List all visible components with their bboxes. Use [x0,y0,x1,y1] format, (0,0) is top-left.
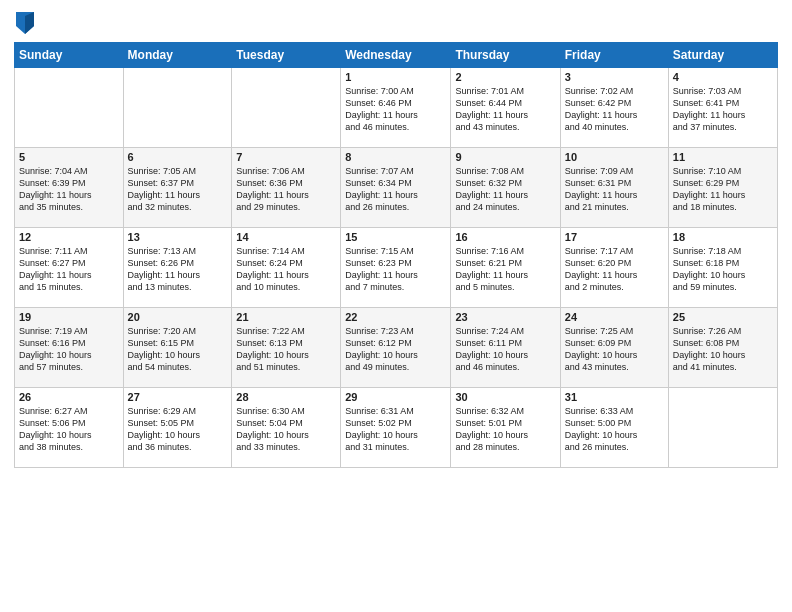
day-info: Sunrise: 7:24 AM Sunset: 6:11 PM Dayligh… [455,325,555,374]
week-row-1: 1Sunrise: 7:00 AM Sunset: 6:46 PM Daylig… [15,68,778,148]
day-info: Sunrise: 7:00 AM Sunset: 6:46 PM Dayligh… [345,85,446,134]
day-number: 27 [128,391,228,403]
day-number: 7 [236,151,336,163]
weekday-header-row: SundayMondayTuesdayWednesdayThursdayFrid… [15,43,778,68]
day-info: Sunrise: 6:27 AM Sunset: 5:06 PM Dayligh… [19,405,119,454]
calendar-cell: 26Sunrise: 6:27 AM Sunset: 5:06 PM Dayli… [15,388,124,468]
calendar-cell: 18Sunrise: 7:18 AM Sunset: 6:18 PM Dayli… [668,228,777,308]
day-number: 2 [455,71,555,83]
header [14,10,778,34]
day-number: 13 [128,231,228,243]
day-number: 11 [673,151,773,163]
calendar-cell: 6Sunrise: 7:05 AM Sunset: 6:37 PM Daylig… [123,148,232,228]
day-number: 25 [673,311,773,323]
calendar-cell: 14Sunrise: 7:14 AM Sunset: 6:24 PM Dayli… [232,228,341,308]
calendar-cell: 10Sunrise: 7:09 AM Sunset: 6:31 PM Dayli… [560,148,668,228]
day-info: Sunrise: 6:32 AM Sunset: 5:01 PM Dayligh… [455,405,555,454]
day-info: Sunrise: 7:01 AM Sunset: 6:44 PM Dayligh… [455,85,555,134]
day-number: 23 [455,311,555,323]
day-number: 21 [236,311,336,323]
calendar-cell: 8Sunrise: 7:07 AM Sunset: 6:34 PM Daylig… [341,148,451,228]
day-info: Sunrise: 6:33 AM Sunset: 5:00 PM Dayligh… [565,405,664,454]
weekday-header-tuesday: Tuesday [232,43,341,68]
day-info: Sunrise: 7:04 AM Sunset: 6:39 PM Dayligh… [19,165,119,214]
weekday-header-saturday: Saturday [668,43,777,68]
day-number: 18 [673,231,773,243]
day-number: 31 [565,391,664,403]
day-info: Sunrise: 7:05 AM Sunset: 6:37 PM Dayligh… [128,165,228,214]
day-info: Sunrise: 7:15 AM Sunset: 6:23 PM Dayligh… [345,245,446,294]
weekday-header-friday: Friday [560,43,668,68]
day-info: Sunrise: 7:19 AM Sunset: 6:16 PM Dayligh… [19,325,119,374]
calendar-cell: 30Sunrise: 6:32 AM Sunset: 5:01 PM Dayli… [451,388,560,468]
calendar-cell: 1Sunrise: 7:00 AM Sunset: 6:46 PM Daylig… [341,68,451,148]
calendar-cell: 31Sunrise: 6:33 AM Sunset: 5:00 PM Dayli… [560,388,668,468]
weekday-header-thursday: Thursday [451,43,560,68]
calendar-cell: 2Sunrise: 7:01 AM Sunset: 6:44 PM Daylig… [451,68,560,148]
week-row-3: 12Sunrise: 7:11 AM Sunset: 6:27 PM Dayli… [15,228,778,308]
calendar-cell: 17Sunrise: 7:17 AM Sunset: 6:20 PM Dayli… [560,228,668,308]
calendar-cell: 23Sunrise: 7:24 AM Sunset: 6:11 PM Dayli… [451,308,560,388]
day-info: Sunrise: 7:09 AM Sunset: 6:31 PM Dayligh… [565,165,664,214]
day-number: 3 [565,71,664,83]
calendar-cell: 29Sunrise: 6:31 AM Sunset: 5:02 PM Dayli… [341,388,451,468]
day-info: Sunrise: 7:14 AM Sunset: 6:24 PM Dayligh… [236,245,336,294]
day-info: Sunrise: 7:20 AM Sunset: 6:15 PM Dayligh… [128,325,228,374]
day-number: 20 [128,311,228,323]
day-number: 10 [565,151,664,163]
calendar-cell: 7Sunrise: 7:06 AM Sunset: 6:36 PM Daylig… [232,148,341,228]
calendar-cell: 4Sunrise: 7:03 AM Sunset: 6:41 PM Daylig… [668,68,777,148]
day-number: 15 [345,231,446,243]
day-info: Sunrise: 6:30 AM Sunset: 5:04 PM Dayligh… [236,405,336,454]
day-number: 19 [19,311,119,323]
week-row-4: 19Sunrise: 7:19 AM Sunset: 6:16 PM Dayli… [15,308,778,388]
logo [14,14,34,34]
day-info: Sunrise: 7:23 AM Sunset: 6:12 PM Dayligh… [345,325,446,374]
week-row-2: 5Sunrise: 7:04 AM Sunset: 6:39 PM Daylig… [15,148,778,228]
day-number: 6 [128,151,228,163]
day-info: Sunrise: 6:29 AM Sunset: 5:05 PM Dayligh… [128,405,228,454]
day-number: 30 [455,391,555,403]
calendar-cell [232,68,341,148]
calendar-cell: 3Sunrise: 7:02 AM Sunset: 6:42 PM Daylig… [560,68,668,148]
calendar-cell: 5Sunrise: 7:04 AM Sunset: 6:39 PM Daylig… [15,148,124,228]
weekday-header-monday: Monday [123,43,232,68]
day-info: Sunrise: 7:03 AM Sunset: 6:41 PM Dayligh… [673,85,773,134]
day-info: Sunrise: 7:07 AM Sunset: 6:34 PM Dayligh… [345,165,446,214]
calendar-cell: 16Sunrise: 7:16 AM Sunset: 6:21 PM Dayli… [451,228,560,308]
weekday-header-sunday: Sunday [15,43,124,68]
day-number: 29 [345,391,446,403]
day-number: 16 [455,231,555,243]
day-info: Sunrise: 7:26 AM Sunset: 6:08 PM Dayligh… [673,325,773,374]
calendar-cell [15,68,124,148]
day-info: Sunrise: 7:13 AM Sunset: 6:26 PM Dayligh… [128,245,228,294]
day-number: 17 [565,231,664,243]
day-number: 22 [345,311,446,323]
day-info: Sunrise: 7:25 AM Sunset: 6:09 PM Dayligh… [565,325,664,374]
calendar-cell: 25Sunrise: 7:26 AM Sunset: 6:08 PM Dayli… [668,308,777,388]
weekday-header-wednesday: Wednesday [341,43,451,68]
calendar-table: SundayMondayTuesdayWednesdayThursdayFrid… [14,42,778,468]
calendar-cell: 24Sunrise: 7:25 AM Sunset: 6:09 PM Dayli… [560,308,668,388]
day-info: Sunrise: 7:16 AM Sunset: 6:21 PM Dayligh… [455,245,555,294]
day-info: Sunrise: 7:06 AM Sunset: 6:36 PM Dayligh… [236,165,336,214]
calendar-cell: 11Sunrise: 7:10 AM Sunset: 6:29 PM Dayli… [668,148,777,228]
calendar-cell: 27Sunrise: 6:29 AM Sunset: 5:05 PM Dayli… [123,388,232,468]
calendar-cell: 20Sunrise: 7:20 AM Sunset: 6:15 PM Dayli… [123,308,232,388]
calendar-cell: 13Sunrise: 7:13 AM Sunset: 6:26 PM Dayli… [123,228,232,308]
day-number: 14 [236,231,336,243]
calendar-cell: 12Sunrise: 7:11 AM Sunset: 6:27 PM Dayli… [15,228,124,308]
day-number: 28 [236,391,336,403]
calendar-cell: 15Sunrise: 7:15 AM Sunset: 6:23 PM Dayli… [341,228,451,308]
calendar-cell [123,68,232,148]
day-info: Sunrise: 7:10 AM Sunset: 6:29 PM Dayligh… [673,165,773,214]
day-number: 8 [345,151,446,163]
day-number: 24 [565,311,664,323]
day-info: Sunrise: 6:31 AM Sunset: 5:02 PM Dayligh… [345,405,446,454]
calendar-cell: 19Sunrise: 7:19 AM Sunset: 6:16 PM Dayli… [15,308,124,388]
calendar-cell: 21Sunrise: 7:22 AM Sunset: 6:13 PM Dayli… [232,308,341,388]
calendar-cell: 22Sunrise: 7:23 AM Sunset: 6:12 PM Dayli… [341,308,451,388]
day-number: 12 [19,231,119,243]
logo-icon [16,12,34,34]
day-info: Sunrise: 7:22 AM Sunset: 6:13 PM Dayligh… [236,325,336,374]
